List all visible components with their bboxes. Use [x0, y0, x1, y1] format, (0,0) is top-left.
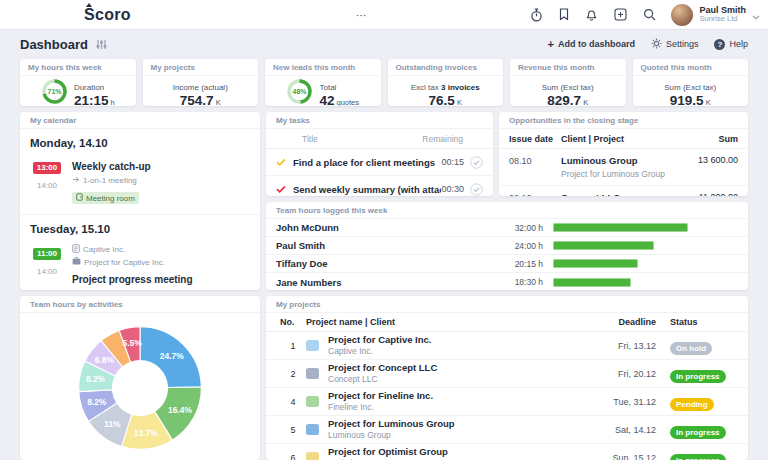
opportunity-project: Project for Luminous Group — [561, 169, 698, 180]
kpi-title: My projects — [143, 59, 259, 76]
settings-button[interactable]: Settings — [651, 38, 699, 51]
kpi-value: 754.7 — [180, 94, 214, 106]
project-row[interactable]: 4 Project for Fineline Inc. Fineline Inc… — [266, 388, 748, 416]
hours-bar — [553, 278, 631, 287]
panel-title: Team hours by activities — [20, 296, 260, 313]
project-number: 5 — [280, 425, 306, 435]
my-tasks-panel: My tasks Title Remaining Find a place fo… — [266, 112, 493, 196]
event-end-time: 14:00 — [37, 267, 57, 276]
timer-icon[interactable] — [530, 8, 543, 22]
hours-bar-track — [553, 278, 738, 287]
search-icon[interactable] — [643, 8, 656, 21]
kpi-revenue[interactable]: Revenue this month Sum (Excl tax) 829.7 … — [510, 59, 626, 106]
kpi-label: Sum (Excl tax) — [664, 83, 716, 92]
leads-donut-chart: 48% — [286, 78, 313, 105]
room-icon — [76, 193, 83, 203]
add-to-dashboard-button[interactable]: + Add to dashboard — [548, 39, 635, 50]
nav-item-more[interactable]: ··· — [356, 9, 367, 21]
scoro-logo[interactable]: Scoro — [84, 7, 131, 23]
opportunity-client: Luminous Group — [561, 155, 698, 167]
kpi-title: Revenue this month — [510, 59, 626, 76]
quick-add-icon[interactable] — [614, 8, 627, 21]
hours-bar — [553, 259, 638, 268]
kpi-my-hours[interactable]: My hours this week 71% Duration 21:15 h — [20, 59, 136, 106]
kpi-label: Sum (Excl tax) — [542, 83, 594, 92]
hours-bar — [553, 223, 688, 232]
hours-value: 18:30 h — [488, 277, 543, 287]
kpi-unit: quotes — [337, 98, 360, 106]
project-icon — [306, 452, 319, 460]
opportunity-row[interactable]: 08.10 Concept LLC Project for Concept LL… — [499, 186, 748, 197]
panel-title: Team hours logged this week — [266, 202, 748, 219]
status-badge: On hold — [670, 342, 712, 355]
my-calendar-panel: My calendar Monday, 14.10 13:00 14:00 We… — [20, 112, 260, 290]
event-start-time: 13:00 — [33, 162, 61, 174]
kpi-new-leads[interactable]: New leads this month 48% Total 42 quotes — [265, 59, 381, 106]
member-name[interactable]: Jane Numbers — [276, 277, 488, 288]
donut-slice-label: 8.2% — [87, 397, 107, 407]
top-navbar: Scoro ··· Paul Smith Sunrise Ltd — [0, 0, 768, 30]
panel-title: My projects — [266, 296, 748, 313]
kpi-outstanding-invoices[interactable]: Outstanding invoices Excl tax 3 invoices… — [388, 59, 504, 106]
user-menu[interactable]: Paul Smith Sunrise Ltd — [671, 4, 760, 26]
logo-caret-icon — [86, 3, 92, 7]
project-name: Project for Fineline Inc. — [328, 390, 598, 402]
dashboard-grid: My calendar Monday, 14.10 13:00 14:00 We… — [20, 112, 748, 460]
calendar-event[interactable]: 13:00 14:00 Weekly catch-up 1-on-1 meeti… — [20, 154, 260, 215]
project-icon — [306, 396, 319, 407]
task-remaining: 00:15 — [441, 157, 464, 167]
project-row[interactable]: 6 Project for Optimist Group Optimist Gr… — [266, 444, 748, 460]
opportunity-list: 08.10 Luminous Group Project for Luminou… — [499, 149, 748, 196]
donut-slice-label: 24.7% — [160, 351, 184, 361]
opportunity-row[interactable]: 08.10 Luminous Group Project for Luminou… — [499, 149, 748, 186]
project-name: Project for Captive Inc. — [328, 334, 598, 346]
kpi-row: My hours this week 71% Duration 21:15 h … — [20, 59, 748, 106]
kpi-value: 919.5 — [670, 94, 704, 106]
bookmark-icon[interactable] — [559, 8, 569, 21]
project-deadline: Sat, 14.12 — [598, 425, 656, 435]
project-icon — [306, 368, 319, 379]
event-title: Project progress meeting — [72, 274, 193, 285]
donut-slice-label: 11% — [104, 419, 121, 429]
task-title: Find a place for client meetings — [293, 157, 441, 168]
kpi-unit: K — [216, 98, 221, 106]
avatar — [671, 4, 693, 26]
calendar-event[interactable]: 11:00 14:00 Captive Inc. Project for Cap… — [20, 240, 260, 290]
kpi-value: 76.5 — [429, 94, 455, 106]
hours-value: 20:15 h — [488, 259, 543, 269]
project-row[interactable]: 1 Project for Captive Inc. Captive Inc. … — [266, 332, 748, 360]
kpi-quoted[interactable]: Quoted this month Sum (Excl tax) 919.5 K — [633, 59, 749, 106]
member-name[interactable]: John McDunn — [276, 222, 488, 233]
svg-text:71%: 71% — [47, 88, 62, 95]
bell-icon[interactable] — [585, 8, 598, 21]
dashboard-filter-icon[interactable] — [96, 39, 107, 50]
hours-value: 24:00 h — [488, 241, 543, 251]
event-title: Weekly catch-up — [72, 161, 151, 172]
task-row[interactable]: Send weekly summary (with attache... 00:… — [266, 176, 493, 196]
mark-done-button[interactable] — [470, 156, 483, 169]
project-row[interactable]: 2 Project for Concept LLC Concept LLC Fr… — [266, 360, 748, 388]
navbar-icons — [530, 8, 656, 22]
opportunities-panel: Opportunities in the closing stage Issue… — [499, 112, 748, 196]
project-client: Concept LLC — [328, 374, 598, 385]
help-button[interactable]: ? Help — [714, 39, 748, 50]
project-row[interactable]: 5 Project for Luminous Group Luminous Gr… — [266, 416, 748, 444]
mark-done-button[interactable] — [470, 183, 483, 196]
member-name[interactable]: Tiffany Doe — [276, 258, 488, 269]
project-icon — [306, 424, 319, 435]
project-deadline: Fri, 13.12 — [598, 341, 656, 351]
donut-slice-label: 16.4% — [168, 405, 192, 415]
opportunity-date: 08.10 — [509, 192, 561, 197]
donut-slice-label: 5.5% — [123, 338, 143, 348]
team-hours-row: John McDunn 32:00 h — [266, 219, 748, 237]
project-icon — [306, 340, 319, 351]
team-hours-row: Paul Smith 24:00 h — [266, 237, 748, 255]
hours-donut-chart: 71% — [41, 78, 68, 105]
task-row[interactable]: Find a place for client meetings 00:15 — [266, 149, 493, 176]
project-name: Project for Concept LLC — [328, 362, 598, 374]
kpi-title: New leads this month — [265, 59, 381, 76]
kpi-unit: K — [706, 98, 711, 106]
member-name[interactable]: Paul Smith — [276, 240, 488, 251]
hours-bar-track — [553, 241, 738, 250]
kpi-my-projects[interactable]: My projects Income (actual) 754.7 K — [143, 59, 259, 106]
